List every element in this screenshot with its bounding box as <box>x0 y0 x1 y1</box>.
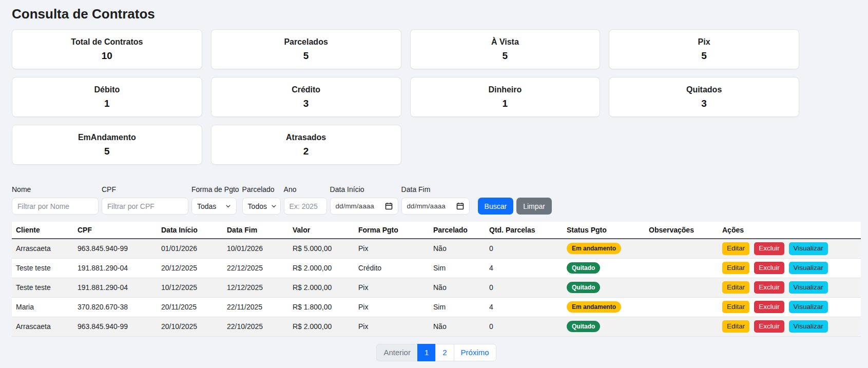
cell-data-fim: 12/12/2025 <box>223 278 288 297</box>
nome-filter-input[interactable] <box>12 198 99 215</box>
cell-cliente: Maria <box>12 297 73 317</box>
ano-label: Ano <box>284 185 327 193</box>
stat-card-parcelados: Parcelados 5 <box>211 29 401 69</box>
visualizar-button[interactable]: Visualizar <box>789 320 828 333</box>
data-fim-label: Data Fim <box>401 185 470 193</box>
cell-data-fim: 22/11/2025 <box>223 297 288 317</box>
stat-value: 3 <box>303 98 309 109</box>
cell-cliente: Arrascaeta <box>12 317 73 336</box>
data-fim-date-input[interactable]: dd/mm/aaaa <box>401 198 470 215</box>
stat-card-atrasados: Atrasados 2 <box>211 125 401 165</box>
parcelado-selected-value: Todos <box>248 202 267 210</box>
parcelado-select[interactable]: Todos <box>242 198 281 215</box>
stat-card-pix: Pix 5 <box>609 29 799 69</box>
stat-label: Parcelados <box>284 37 327 47</box>
table-row: Maria 370.820.670-38 20/11/2025 22/11/20… <box>12 297 861 317</box>
chevron-down-icon <box>225 203 231 209</box>
cell-status-pgto: Quitado <box>563 258 645 278</box>
visualizar-button[interactable]: Visualizar <box>789 262 828 275</box>
cell-forma-pgto: Pix <box>354 278 429 297</box>
table-row: Arrascaeta 963.845.940-99 01/01/2026 10/… <box>12 239 861 258</box>
col-header-valor: Valor <box>288 222 354 239</box>
stat-value: 1 <box>104 98 110 109</box>
cell-status-pgto: Quitado <box>563 317 645 336</box>
table-row: Teste teste 191.881.290-04 10/12/2025 12… <box>12 278 861 297</box>
table-row: Teste teste 191.881.290-04 20/12/2025 22… <box>12 258 861 278</box>
pagination-previous[interactable]: Anterior <box>376 344 418 361</box>
visualizar-button[interactable]: Visualizar <box>789 301 828 314</box>
stat-value: 5 <box>104 146 110 157</box>
excluir-button[interactable]: Excluir <box>754 301 784 314</box>
cell-cliente: Teste teste <box>12 278 73 297</box>
nome-label: Nome <box>12 185 99 193</box>
col-header-cliente: Cliente <box>12 222 73 239</box>
cell-data-inicio: 20/10/2025 <box>157 317 223 336</box>
cell-data-inicio: 01/01/2026 <box>157 239 223 258</box>
editar-button[interactable]: Editar <box>722 301 749 314</box>
cell-status-pgto: Quitado <box>563 278 645 297</box>
excluir-button[interactable]: Excluir <box>754 262 784 275</box>
status-badge: Quitado <box>567 321 600 332</box>
cell-parcelado: Não <box>429 239 485 258</box>
cell-data-inicio: 20/11/2025 <box>157 297 223 317</box>
cell-data-fim: 22/12/2025 <box>223 258 288 278</box>
ano-filter-input[interactable] <box>284 198 327 215</box>
pagination-page-1[interactable]: 1 <box>417 344 436 361</box>
stat-card-a-vista: À Vista 5 <box>410 29 601 69</box>
editar-button[interactable]: Editar <box>722 262 749 275</box>
stat-value: 1 <box>503 98 508 109</box>
cell-valor: R$ 2.000,00 <box>288 278 354 297</box>
parcelado-label: Parcelado <box>242 185 281 193</box>
excluir-button[interactable]: Excluir <box>754 320 784 333</box>
status-badge: Quitado <box>567 262 600 274</box>
visualizar-button[interactable]: Visualizar <box>789 281 828 294</box>
cell-data-inicio: 20/12/2025 <box>157 258 223 278</box>
cell-status-pgto: Em andamento <box>563 239 645 258</box>
status-badge: Em andamento <box>567 243 621 254</box>
forma-pgto-label: Forma de Pgto <box>191 185 239 193</box>
stat-card-credito: Crédito 3 <box>211 77 401 117</box>
cell-acoes: Editar Excluir Visualizar <box>718 317 861 336</box>
cell-data-fim: 22/10/2025 <box>223 317 288 336</box>
editar-button[interactable]: Editar <box>722 242 749 255</box>
col-header-parcelado: Parcelado <box>429 222 485 239</box>
stat-label: Pix <box>698 37 710 47</box>
cell-parcelado: Sim <box>429 297 485 317</box>
cell-forma-pgto: Crédito <box>354 258 429 278</box>
cell-cpf: 191.881.290-04 <box>73 278 157 297</box>
stat-card-em-andamento: EmAndamento 5 <box>12 125 202 165</box>
calendar-icon[interactable] <box>456 202 464 210</box>
col-header-status-pgto: Status Pgto <box>563 222 645 239</box>
cell-valor: R$ 2.000,00 <box>288 258 354 278</box>
calendar-icon[interactable] <box>385 202 393 210</box>
col-header-forma-pgto: Forma Pgto <box>354 222 429 239</box>
cpf-filter-input[interactable] <box>102 198 188 215</box>
visualizar-button[interactable]: Visualizar <box>789 242 828 255</box>
pagination-next[interactable]: Próximo <box>454 344 496 361</box>
cell-observacoes <box>645 258 718 278</box>
cell-qtd-parcelas: 4 <box>485 297 563 317</box>
chevron-down-icon <box>271 203 277 209</box>
excluir-button[interactable]: Excluir <box>754 242 784 255</box>
cell-cpf: 370.820.670-38 <box>73 297 157 317</box>
stat-value: 3 <box>701 98 707 109</box>
cell-parcelado: Não <box>429 317 485 336</box>
excluir-button[interactable]: Excluir <box>754 281 784 294</box>
limpar-button[interactable]: Limpar <box>516 198 552 215</box>
editar-button[interactable]: Editar <box>722 281 749 294</box>
cell-acoes: Editar Excluir Visualizar <box>718 239 861 258</box>
forma-pgto-select[interactable]: Todas <box>191 198 237 215</box>
page-title: Consulta de Contratos <box>12 6 861 22</box>
cell-valor: R$ 2.000,00 <box>288 317 354 336</box>
editar-button[interactable]: Editar <box>722 320 749 333</box>
pagination-page-2[interactable]: 2 <box>435 344 454 361</box>
buscar-button[interactable]: Buscar <box>478 198 514 215</box>
cell-forma-pgto: Pix <box>354 317 429 336</box>
cell-forma-pgto: Pix <box>354 297 429 317</box>
data-inicio-date-input[interactable]: dd/mm/aaaa <box>330 198 398 215</box>
date-placeholder: dd/mm/aaaa <box>336 202 374 210</box>
stat-label: À Vista <box>491 37 519 47</box>
stat-value: 10 <box>102 50 112 62</box>
cell-observacoes <box>645 278 718 297</box>
stat-card-quitados: Quitados 3 <box>609 77 799 117</box>
